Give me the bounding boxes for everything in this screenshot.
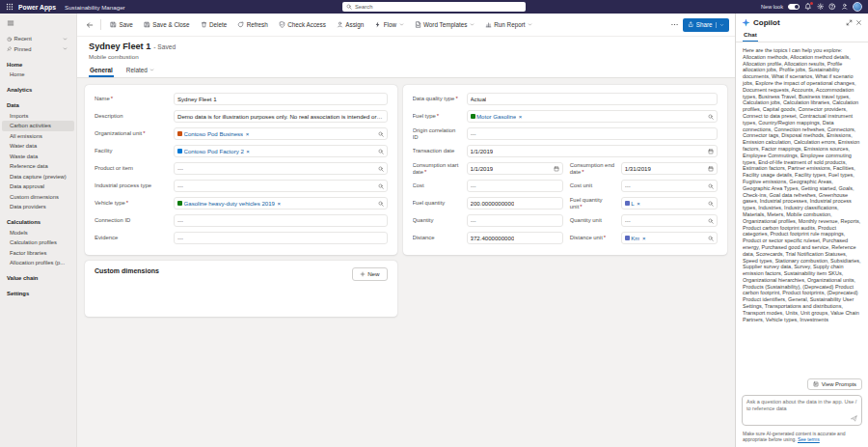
field-cost[interactable]: --- xyxy=(467,180,563,192)
remove-value-icon[interactable]: × xyxy=(246,149,250,154)
app-launcher-icon[interactable] xyxy=(6,3,14,11)
lookup-search-icon[interactable] xyxy=(378,183,384,189)
sidebar-recent[interactable]: Recent xyxy=(2,34,74,44)
field-consumption-end-date[interactable]: 1/31/2019 xyxy=(621,162,718,175)
send-icon[interactable] xyxy=(851,415,857,422)
sidebar-item-carbon-activities[interactable]: Carbon activities xyxy=(2,121,74,131)
field-cost-unit[interactable]: --- xyxy=(621,180,718,192)
command-assign[interactable]: Assign xyxy=(332,17,368,33)
new-custom-dimension-button[interactable]: New xyxy=(352,267,388,281)
field-data-quality-type[interactable]: Actual xyxy=(467,93,718,105)
lookup-chip-gasoline-heavy-duty-vehicles-2019[interactable]: Gasoline heavy-duty vehicles 2019× xyxy=(177,200,281,207)
new-look-toggle[interactable] xyxy=(788,4,800,10)
word-templates-caret-icon[interactable] xyxy=(470,22,475,27)
calendar-icon[interactable] xyxy=(708,166,714,172)
lookup-chip-motor-gasoline[interactable]: Motor Gasoline× xyxy=(471,113,523,120)
sidebar-item-waste-data[interactable]: Waste data xyxy=(2,152,74,162)
sidebar-group-analytics[interactable]: Analytics xyxy=(0,85,76,96)
lookup-search-icon[interactable] xyxy=(708,114,714,120)
sidebar-item-imports[interactable]: Imports xyxy=(2,111,74,122)
notifications-icon[interactable] xyxy=(804,3,812,11)
sidebar-group-settings[interactable]: Settings xyxy=(0,289,76,299)
sidebar-group-calculations[interactable]: Calculations xyxy=(0,217,76,228)
sidebar-item-factor-libraries[interactable]: Factor libraries xyxy=(2,248,74,259)
lookup-search-icon[interactable] xyxy=(708,236,714,241)
field-connection-id[interactable]: --- xyxy=(174,214,388,227)
command-flow[interactable]: Flow xyxy=(369,17,408,33)
lookup-search-icon[interactable] xyxy=(708,201,714,207)
field-fuel-quantity[interactable]: 200.0000000000 xyxy=(467,197,563,210)
lookup-chip-km[interactable]: Km× xyxy=(625,235,646,241)
expand-panel-icon[interactable] xyxy=(846,19,853,26)
field-quantity[interactable]: --- xyxy=(467,214,563,227)
settings-gear-icon[interactable] xyxy=(817,3,825,11)
remove-value-icon[interactable]: × xyxy=(637,201,640,207)
run-report-caret-icon[interactable] xyxy=(528,22,532,27)
field-fuel-type[interactable]: Motor Gasoline× xyxy=(467,110,718,123)
sidebar-item-data-providers[interactable]: Data providers xyxy=(2,202,74,212)
help-icon[interactable] xyxy=(828,3,836,11)
command-check-access[interactable]: Check Access xyxy=(274,17,331,33)
lookup-search-icon[interactable] xyxy=(378,149,384,154)
command-save-close[interactable]: Save & Close xyxy=(139,17,195,33)
field-name[interactable]: Sydney Fleet 1 xyxy=(174,93,388,105)
remove-value-icon[interactable]: × xyxy=(278,201,282,207)
sidebar-item-reference-data[interactable]: Reference data xyxy=(2,161,74,172)
lookup-search-icon[interactable] xyxy=(708,183,714,189)
more-commands-icon[interactable] xyxy=(670,20,679,29)
app-area-title[interactable]: Sustainability Manager xyxy=(65,4,125,11)
field-transaction-date[interactable]: 1/1/2019 xyxy=(467,145,718,157)
field-industrial-process-type[interactable]: --- xyxy=(174,180,388,192)
command-save[interactable]: Save xyxy=(105,17,138,33)
lookup-search-icon[interactable] xyxy=(708,218,714,224)
calendar-icon[interactable] xyxy=(708,149,714,154)
user-avatar[interactable] xyxy=(853,2,862,12)
lookup-search-icon[interactable] xyxy=(378,201,384,207)
sidebar-item-allocation-profiles-p[interactable]: Allocation profiles (p... xyxy=(2,258,74,268)
see-terms-link[interactable]: See terms xyxy=(798,436,820,442)
sidebar-pinned[interactable]: Pinned xyxy=(2,44,74,55)
field-product-or-item[interactable]: --- xyxy=(174,162,388,175)
view-prompts-button[interactable]: View Prompts xyxy=(807,378,862,390)
field-fuel-quantity-unit[interactable]: L× xyxy=(621,197,718,210)
sidebar-item-home[interactable]: Home xyxy=(2,70,74,80)
sidebar-item-data-capture-preview[interactable]: Data capture (preview) xyxy=(2,172,74,182)
lookup-chip-contoso-pod-factory-2[interactable]: Contoso Pod Factory 2× xyxy=(177,148,250,154)
remove-value-icon[interactable]: × xyxy=(246,131,250,137)
sidebar-item-water-data[interactable]: Water data xyxy=(2,141,74,152)
field-facility[interactable]: Contoso Pod Factory 2× xyxy=(174,145,388,157)
account-person-icon[interactable] xyxy=(841,3,849,11)
field-consumption-start-date[interactable]: 1/1/2019 xyxy=(467,162,563,175)
lookup-search-icon[interactable] xyxy=(378,166,384,172)
command-run-report[interactable]: Run Report xyxy=(480,17,537,33)
field-distance[interactable]: 372.4000000000 xyxy=(467,232,563,244)
flow-caret-icon[interactable] xyxy=(399,22,404,27)
remove-value-icon[interactable]: × xyxy=(519,114,523,120)
sidebar-item-calculation-profiles[interactable]: Calculation profiles xyxy=(2,237,74,248)
sidebar-group-data[interactable]: Data xyxy=(0,100,76,111)
sidebar-group-value-chain[interactable]: Value chain xyxy=(0,273,76,284)
command-refresh[interactable]: Refresh xyxy=(232,17,273,33)
recent-chevron-icon[interactable] xyxy=(63,37,68,42)
sidebar-item-data-approval[interactable]: Data approval xyxy=(2,182,74,192)
global-search-input[interactable]: Search xyxy=(342,2,526,12)
tab-general[interactable]: General xyxy=(89,67,114,77)
sidebar-item-all-emissions[interactable]: All emissions xyxy=(2,131,74,142)
back-button[interactable] xyxy=(86,21,94,29)
field-quantity-unit[interactable]: --- xyxy=(621,214,718,227)
sidebar-item-models[interactable]: Models xyxy=(2,228,74,238)
close-panel-icon[interactable] xyxy=(855,19,862,26)
sidebar-item-custom-dimensions[interactable]: Custom dimensions xyxy=(2,192,74,203)
field-distance-unit[interactable]: Km× xyxy=(621,232,718,244)
field-description[interactable]: Demo data is for illustration purposes o… xyxy=(174,110,388,123)
remove-value-icon[interactable]: × xyxy=(642,236,646,241)
field-evidence[interactable]: --- xyxy=(174,232,388,244)
tab-related[interactable]: Related xyxy=(125,67,155,77)
field-organizational-unit[interactable]: Contoso Pod Business× xyxy=(174,127,388,140)
copilot-chat-input[interactable]: Ask a question about the data in the app… xyxy=(742,395,862,426)
lookup-search-icon[interactable] xyxy=(378,131,384,137)
pinned-chevron-icon[interactable] xyxy=(63,46,68,51)
calendar-icon[interactable] xyxy=(554,166,559,172)
share-button[interactable]: Share xyxy=(683,18,729,32)
collapse-menu-icon[interactable] xyxy=(7,19,14,27)
